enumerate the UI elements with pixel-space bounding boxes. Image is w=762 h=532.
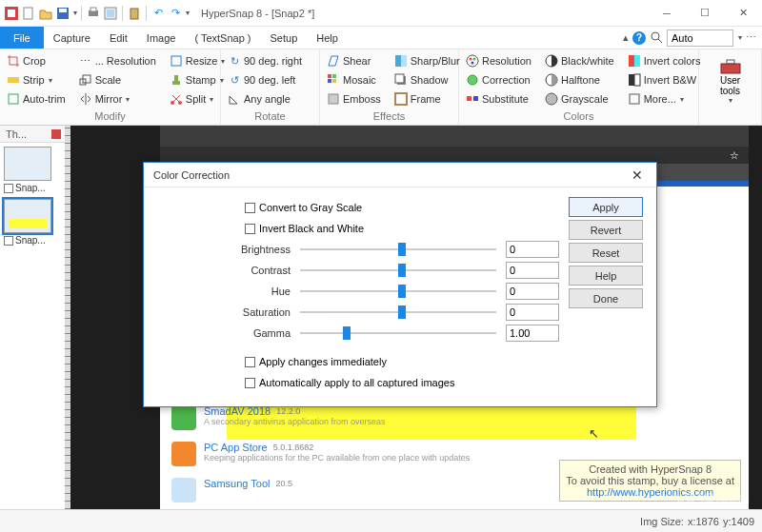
contrast-slider[interactable] xyxy=(300,264,496,277)
thumbs-tab[interactable]: Th... xyxy=(0,128,32,140)
help-icon[interactable]: ? xyxy=(632,31,646,45)
print-preview-icon[interactable] xyxy=(103,6,118,21)
rotate-any-button[interactable]: Any angle xyxy=(225,89,305,108)
more-colors-button[interactable]: More...▾ xyxy=(625,89,704,108)
zoom-dropdown-icon[interactable]: ▾ xyxy=(738,33,742,42)
svg-rect-6 xyxy=(90,8,96,11)
search-icon[interactable] xyxy=(650,30,663,46)
apply-immediately-checkbox[interactable] xyxy=(245,357,255,367)
gray-scale-label: Convert to Gray Scale xyxy=(259,202,362,213)
gamma-slider[interactable] xyxy=(300,326,496,340)
resolution-button[interactable]: ⋯... Resolution xyxy=(76,51,159,70)
invert-bw-button[interactable]: Invert B&W xyxy=(625,70,704,89)
invert-bw-checkbox[interactable] xyxy=(245,224,255,234)
revert-button[interactable]: Revert xyxy=(569,220,643,240)
rotate-right-button[interactable]: ↻90 deg. right xyxy=(225,51,305,70)
pin-icon[interactable] xyxy=(51,129,61,139)
hue-value[interactable]: 0 xyxy=(506,283,559,300)
apply-button[interactable]: Apply xyxy=(569,197,643,217)
done-button[interactable]: Done xyxy=(569,288,643,308)
correction-button[interactable]: Correction xyxy=(463,70,534,89)
frame-button[interactable]: Frame xyxy=(391,89,463,108)
clipboard-icon[interactable] xyxy=(127,6,142,21)
brightness-value[interactable]: 0 xyxy=(506,241,559,258)
black-white-button[interactable]: Black/white xyxy=(542,51,617,70)
help-menu[interactable]: Help xyxy=(307,27,348,49)
edit-menu[interactable]: Edit xyxy=(100,27,137,49)
svg-rect-16 xyxy=(171,56,181,66)
user-tools-button[interactable]: User tools▾ xyxy=(709,51,752,109)
apply-all-checkbox[interactable] xyxy=(245,378,255,388)
new-icon[interactable] xyxy=(21,6,36,21)
svg-rect-30 xyxy=(395,93,407,105)
help-button[interactable]: Help xyxy=(569,266,643,286)
strip-button[interactable]: Strip▾ xyxy=(4,70,69,89)
ribbon-min-icon[interactable]: ▴ xyxy=(623,31,629,44)
mosaic-button[interactable]: Mosaic xyxy=(324,70,384,89)
saturation-value[interactable]: 0 xyxy=(506,304,559,321)
svg-rect-46 xyxy=(721,64,740,73)
maximize-button[interactable]: ☐ xyxy=(686,0,724,27)
app-icon-samsung xyxy=(171,478,196,502)
correction-icon xyxy=(466,73,479,87)
undo-icon[interactable]: ↶ xyxy=(150,6,166,21)
svg-rect-26 xyxy=(395,55,401,67)
thumbnail-item[interactable]: Snap... xyxy=(4,147,61,193)
invert-bw-label: Invert Black and White xyxy=(259,223,364,234)
close-button[interactable]: ✕ xyxy=(724,0,762,27)
save-dropdown-icon[interactable]: ▾ xyxy=(73,9,77,17)
gray-scale-checkbox[interactable] xyxy=(245,203,255,213)
gamma-value[interactable]: 1.00 xyxy=(506,325,559,342)
halftone-button[interactable]: Halftone xyxy=(542,70,617,89)
reset-button[interactable]: Reset xyxy=(569,243,643,263)
svg-rect-29 xyxy=(395,74,404,83)
window-title: HyperSnap 8 - [Snap2 *] xyxy=(201,8,314,19)
zoom-menu-icon[interactable]: ⋯ xyxy=(746,31,756,44)
thumb-checkbox[interactable] xyxy=(4,236,13,246)
qat-menu-icon[interactable]: ▾ xyxy=(186,9,190,17)
image-menu[interactable]: Image xyxy=(137,27,186,49)
shadow-button[interactable]: Shadow xyxy=(391,70,463,89)
color-resolution-button[interactable]: Resolution xyxy=(463,51,534,70)
rotate-left-button[interactable]: ↺90 deg. left xyxy=(225,70,305,89)
more-icon xyxy=(628,92,641,106)
split-button[interactable]: Split▾ xyxy=(167,89,229,108)
minimize-button[interactable]: ─ xyxy=(648,0,686,27)
scale-button[interactable]: Scale xyxy=(76,70,159,89)
invert-colors-button[interactable]: Invert colors xyxy=(625,51,704,70)
substitute-button[interactable]: Substitute xyxy=(463,89,534,108)
sharp-blur-button[interactable]: Sharp/Blur xyxy=(391,51,463,70)
capture-menu[interactable]: Capture xyxy=(44,27,100,49)
stamp-button[interactable]: Stamp▾ xyxy=(167,70,229,89)
hue-slider[interactable] xyxy=(300,285,496,298)
redo-icon[interactable]: ↷ xyxy=(168,6,183,21)
shear-button[interactable]: Shear xyxy=(324,51,384,70)
svg-point-10 xyxy=(652,32,659,40)
svg-rect-43 xyxy=(629,74,634,86)
print-icon[interactable] xyxy=(86,6,101,21)
auto-trim-button[interactable]: Auto-trim xyxy=(4,89,69,108)
emboss-button[interactable]: Emboss xyxy=(324,89,384,108)
thumbnail-item[interactable]: Snap... xyxy=(4,199,61,246)
save-icon[interactable] xyxy=(55,6,70,21)
textsnap-menu[interactable]: ( TextSnap ) xyxy=(185,27,260,49)
zoom-select[interactable]: Auto xyxy=(667,30,733,47)
thumbnails-panel: Th... Snap... Snap... xyxy=(0,126,65,509)
crop-button[interactable]: Crop xyxy=(4,51,69,70)
saturation-slider[interactable] xyxy=(300,305,496,319)
gamma-label: Gamma xyxy=(157,327,300,339)
thumb-checkbox[interactable] xyxy=(4,184,13,193)
grayscale-button[interactable]: Grayscale xyxy=(542,89,617,108)
svg-rect-21 xyxy=(328,74,331,78)
svg-rect-41 xyxy=(629,55,634,67)
setup-menu[interactable]: Setup xyxy=(261,27,308,49)
file-menu[interactable]: File xyxy=(0,27,44,49)
svg-rect-17 xyxy=(172,81,180,85)
contrast-value[interactable]: 0 xyxy=(506,262,559,279)
open-icon[interactable] xyxy=(38,6,53,21)
dialog-close-button[interactable]: ✕ xyxy=(628,167,647,183)
brightness-slider[interactable] xyxy=(300,243,496,256)
resize-button[interactable]: Resize▾ xyxy=(167,51,229,70)
mirror-button[interactable]: Mirror▾ xyxy=(76,89,159,108)
status-img-size: Img Size: xyxy=(640,516,684,527)
